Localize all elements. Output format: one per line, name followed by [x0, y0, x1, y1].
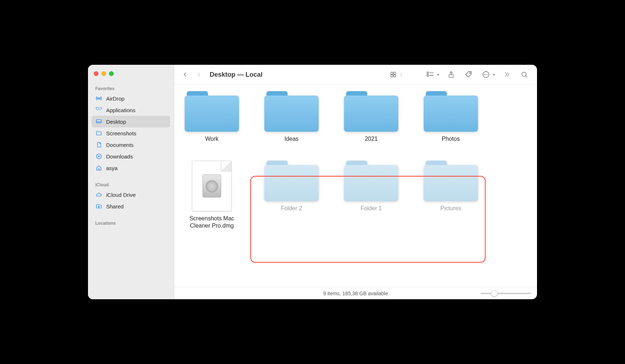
- folder-icon: [344, 161, 398, 201]
- sidebar: Favorites AirDrop Applications Desktop: [88, 65, 174, 299]
- icon-view-icon: [387, 70, 399, 79]
- svg-rect-5: [394, 72, 396, 74]
- desktop-icon: [95, 118, 102, 125]
- chevron-down-icon: [436, 73, 440, 76]
- sidebar-item-home[interactable]: asya: [92, 162, 170, 174]
- view-mode-button[interactable]: [387, 70, 403, 79]
- finder-window: Favorites AirDrop Applications Desktop: [88, 65, 537, 299]
- sidebar-item-label: Desktop: [106, 119, 126, 125]
- svg-point-16: [486, 74, 486, 75]
- dmg-file-icon: [192, 161, 232, 211]
- svg-rect-8: [427, 72, 429, 74]
- chevron-updown-icon: [399, 73, 403, 76]
- home-icon: [95, 164, 102, 172]
- item-label: 2021: [365, 135, 378, 143]
- folder-icon: [185, 91, 239, 132]
- close-window-button[interactable]: [94, 71, 98, 76]
- sidebar-item-label: Screenshots: [106, 130, 136, 136]
- cloud-icon: [95, 191, 102, 198]
- folder-icon: [264, 161, 319, 201]
- search-icon: [521, 71, 528, 78]
- forward-button[interactable]: [194, 70, 203, 79]
- share-button[interactable]: [445, 70, 457, 79]
- svg-rect-6: [391, 75, 393, 77]
- folder-item-hidden[interactable]: Folder 2: [263, 161, 320, 229]
- svg-point-3: [98, 206, 99, 207]
- folder-icon: [344, 91, 398, 132]
- folder-item-hidden[interactable]: Folder 1: [342, 161, 400, 229]
- sidebar-item-shared[interactable]: Shared: [92, 200, 170, 212]
- svg-point-15: [484, 74, 485, 75]
- download-icon: [95, 153, 102, 160]
- action-menu-button[interactable]: [480, 70, 496, 79]
- sidebar-item-label: AirDrop: [106, 96, 125, 102]
- folder-item[interactable]: Ideas: [263, 91, 320, 143]
- folder-icon: [424, 91, 478, 132]
- sidebar-section-icloud: iCloud iCloud Drive Shared: [92, 180, 170, 212]
- folder-item[interactable]: 2021: [342, 91, 400, 143]
- sidebar-item-label: Documents: [106, 142, 134, 148]
- sidebar-item-applications[interactable]: Applications: [92, 104, 170, 116]
- back-button[interactable]: [181, 70, 189, 79]
- sidebar-item-airdrop[interactable]: AirDrop: [92, 93, 170, 104]
- folder-icon: [95, 130, 102, 137]
- search-button[interactable]: [518, 70, 530, 79]
- sidebar-item-desktop[interactable]: Desktop: [92, 116, 170, 127]
- ellipsis-circle-icon: [480, 70, 492, 79]
- svg-point-13: [470, 73, 470, 73]
- folder-icon: [264, 91, 319, 132]
- main-area: Desktop — Local: [174, 65, 537, 299]
- svg-rect-9: [427, 75, 429, 76]
- window-title: Desktop — Local: [210, 71, 263, 79]
- window-controls: [92, 71, 170, 84]
- document-icon: [95, 141, 102, 148]
- status-text: 9 items, 185,38 GB available: [323, 291, 388, 296]
- sidebar-section-favorites: Favorites AirDrop Applications Desktop: [92, 84, 170, 174]
- file-item[interactable]: Screenshots Mac Cleaner Pro.dmg: [183, 161, 241, 229]
- status-bar: 9 items, 185,38 GB available: [174, 287, 537, 299]
- group-by-button[interactable]: [424, 70, 440, 79]
- item-label: Screenshots Mac Cleaner Pro.dmg: [183, 215, 241, 229]
- folder-icon: [424, 161, 478, 201]
- sidebar-item-label: asya: [106, 165, 118, 171]
- sidebar-item-label: Downloads: [106, 153, 133, 160]
- toolbar-overflow-button[interactable]: [501, 70, 513, 79]
- toolbar: Desktop — Local: [174, 65, 537, 85]
- share-icon: [448, 71, 455, 79]
- tags-button[interactable]: [462, 70, 475, 79]
- sidebar-item-downloads[interactable]: Downloads: [92, 151, 170, 162]
- svg-rect-4: [391, 72, 393, 74]
- svg-point-18: [522, 72, 526, 76]
- sidebar-item-label: iCloud Drive: [106, 192, 136, 198]
- item-label: Folder 2: [281, 205, 302, 212]
- airdrop-icon: [95, 95, 102, 102]
- chevron-down-icon: [492, 73, 496, 76]
- file-grid[interactable]: Work Ideas 2021 Photos Screenshots Mac C…: [174, 85, 537, 287]
- svg-point-17: [487, 74, 488, 75]
- folder-item-hidden[interactable]: Pictures: [422, 161, 480, 229]
- sidebar-item-documents[interactable]: Documents: [92, 139, 170, 151]
- slider-knob[interactable]: [491, 290, 498, 297]
- folder-item[interactable]: Photos: [422, 91, 480, 143]
- folder-item[interactable]: Work: [183, 91, 241, 143]
- icon-size-slider[interactable]: [481, 293, 531, 294]
- item-label: Work: [205, 135, 218, 143]
- sidebar-item-screenshots[interactable]: Screenshots: [92, 127, 170, 139]
- svg-point-0: [98, 98, 100, 100]
- item-label: Photos: [442, 135, 460, 143]
- item-label: Ideas: [284, 135, 298, 143]
- sidebar-section-label: iCloud: [92, 180, 170, 189]
- minimize-window-button[interactable]: [101, 71, 106, 76]
- svg-rect-7: [394, 75, 396, 77]
- item-label: Folder 1: [361, 205, 382, 212]
- zoom-window-button[interactable]: [109, 71, 114, 76]
- shared-folder-icon: [95, 203, 102, 210]
- tag-icon: [465, 71, 473, 79]
- sidebar-item-label: Shared: [106, 203, 123, 209]
- sidebar-section-label: Locations: [92, 219, 170, 227]
- sidebar-item-label: Applications: [106, 107, 135, 113]
- sidebar-section-label: Favorites: [92, 84, 170, 93]
- svg-line-19: [526, 76, 527, 77]
- svg-rect-1: [96, 120, 101, 123]
- sidebar-item-icloud-drive[interactable]: iCloud Drive: [92, 189, 170, 200]
